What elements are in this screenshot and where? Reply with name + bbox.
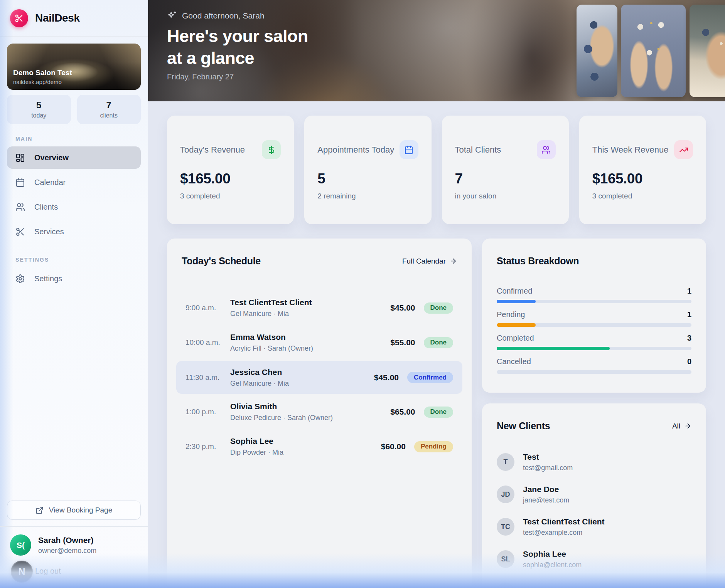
appointment-list: 9:00 a.m. Test ClientTest Client Gel Man… <box>182 291 457 464</box>
appointment-row[interactable]: 10:00 a.m. Emma Watson Acrylic Fill · Sa… <box>176 325 462 360</box>
greeting-text: Good afternoon, Sarah <box>182 11 265 20</box>
client-name: Test <box>523 452 573 462</box>
trend-up-icon <box>674 140 693 159</box>
progress-fill <box>497 323 536 327</box>
scissors-icon <box>15 227 25 237</box>
sidebar-item-overview[interactable]: Overview <box>7 146 141 169</box>
settings-nav: Settings <box>0 267 148 292</box>
client-email: sophia@client.com <box>523 561 582 569</box>
stat-label: Total Clients <box>455 145 501 155</box>
status-count: 1 <box>687 310 691 319</box>
sidebar-item-clients[interactable]: Clients <box>7 196 141 218</box>
status-badge: Done <box>424 337 454 348</box>
sidebar-item-label: Clients <box>34 203 58 212</box>
avatar: JD <box>497 486 514 503</box>
status-breakdown-panel: Status Breakdown Confirmed 1 <box>482 239 706 393</box>
hero-banner: Good afternoon, Sarah Here's your salon … <box>148 0 725 101</box>
full-calendar-link[interactable]: Full Calendar <box>402 257 457 265</box>
status-label: Completed <box>497 334 534 343</box>
nextjs-dev-badge[interactable]: N <box>11 561 33 583</box>
status-breakdown-title: Status Breakdown <box>497 255 691 267</box>
avatar: JC <box>497 583 514 588</box>
appointment-row-selected[interactable]: 11:30 a.m. Jessica Chen Gel Manicure · M… <box>176 361 462 394</box>
client-row[interactable]: SL Sophia Lee sophia@client.com <box>497 550 691 568</box>
sidebar-item-services[interactable]: Services <box>7 220 141 243</box>
stat-chip-today-label: today <box>31 112 46 119</box>
gear-icon <box>15 274 25 284</box>
all-clients-link[interactable]: All <box>672 422 691 430</box>
client-row[interactable]: JD Jane Doe jane@test.com <box>497 486 691 503</box>
external-link-icon <box>35 506 44 514</box>
logout-label: Log out <box>35 567 61 576</box>
sidebar-item-settings[interactable]: Settings <box>7 267 141 290</box>
stat-chip-clients-value: 7 <box>106 100 111 111</box>
appointment-row[interactable]: 2:30 p.m. Sophia Lee Dip Powder · Mia $6… <box>176 429 462 464</box>
appointment-client: Olivia Smith <box>230 402 378 411</box>
appointment-client: Sophia Lee <box>230 437 369 446</box>
stat-card-total-clients: Total Clients 7 in your salon <box>442 116 569 224</box>
status-label: Pending <box>497 310 525 319</box>
user-email: owner@demo.com <box>38 547 96 555</box>
logout-button[interactable]: Log out N <box>0 561 148 584</box>
stat-sub: 3 completed <box>180 192 281 200</box>
avatar: T <box>497 453 514 471</box>
nail-photo-2 <box>621 5 686 97</box>
stat-chip-clients-label: clients <box>100 112 118 119</box>
nail-photo-1 <box>577 5 617 97</box>
app-name: NailDesk <box>35 12 80 24</box>
progress-track <box>497 347 691 350</box>
appointment-service: Deluxe Pedicure · Sarah (Owner) <box>230 414 378 422</box>
view-booking-page-button[interactable]: View Booking Page <box>7 501 141 520</box>
salon-url: naildesk.app/demo <box>13 79 72 85</box>
stat-value: $165.00 <box>592 171 693 187</box>
appointment-service: Acrylic Fill · Sarah (Owner) <box>230 344 378 353</box>
sidebar-item-calendar[interactable]: Calendar <box>7 171 141 193</box>
sidebar-footer: S( Sarah (Owner) owner@demo.com Log out … <box>0 526 148 588</box>
stat-card-todays-revenue: Today's Revenue $165.00 3 completed <box>167 116 294 224</box>
todays-schedule-panel: Today's Schedule Full Calendar 9:00 a.m.… <box>167 239 472 588</box>
new-clients-title: New Clients <box>497 420 550 432</box>
status-label: Confirmed <box>497 287 532 296</box>
appointment-client: Jessica Chen <box>230 368 362 377</box>
main-nav: Overview Calendar Clients Services <box>0 146 148 245</box>
user-name: Sarah (Owner) <box>38 536 96 545</box>
progress-track <box>497 370 691 374</box>
appointment-price: $65.00 <box>378 407 415 417</box>
appointment-service: Dip Powder · Mia <box>230 449 369 457</box>
appointment-time: 11:30 a.m. <box>185 373 230 382</box>
dollar-icon <box>262 140 281 159</box>
client-name: Jane Doe <box>523 485 569 494</box>
nav-section-main-label: MAIN <box>15 136 148 142</box>
stat-sub: in your salon <box>455 192 556 200</box>
stat-sub: 3 completed <box>592 192 693 200</box>
app-header: NailDesk <box>0 0 148 37</box>
status-badge: Done <box>424 407 454 418</box>
appointment-time: 1:00 p.m. <box>185 408 230 416</box>
appointment-row[interactable]: 1:00 p.m. Olivia Smith Deluxe Pedicure ·… <box>176 395 462 429</box>
status-row-cancelled: Cancelled 0 <box>497 357 691 374</box>
greeting-row: Good afternoon, Sarah <box>167 11 308 21</box>
hero-date: Friday, February 27 <box>167 72 308 81</box>
appointment-service: Gel Manicure · Mia <box>230 380 362 388</box>
sparkles-icon <box>167 11 177 21</box>
status-count: 1 <box>687 287 691 296</box>
app-logo <box>10 9 28 27</box>
stats-row: Today's Revenue $165.00 3 completed Appo… <box>167 116 706 224</box>
sidebar: NailDesk Demo Salon Test naildesk.app/de… <box>0 0 148 588</box>
client-email: test@gmail.com <box>523 464 573 472</box>
user-avatar: S( <box>10 534 31 556</box>
status-row-pending: Pending 1 <box>497 310 691 327</box>
salon-card[interactable]: Demo Salon Test naildesk.app/demo <box>7 44 141 90</box>
calendar-icon <box>400 140 418 159</box>
stat-value: $165.00 <box>180 171 281 187</box>
appointment-row[interactable]: 9:00 a.m. Test ClientTest Client Gel Man… <box>176 291 462 325</box>
user-row[interactable]: S( Sarah (Owner) owner@demo.com <box>10 534 138 556</box>
stat-chip-today: 5 today <box>7 95 71 124</box>
client-row[interactable]: TC Test ClientTest Client test@example.c… <box>497 518 691 536</box>
client-row[interactable]: JC Jessica Chen <box>497 583 691 588</box>
sidebar-item-label: Overview <box>34 153 69 162</box>
sidebar-item-label: Calendar <box>34 178 66 187</box>
stat-label: Today's Revenue <box>180 145 245 155</box>
arrow-right-icon <box>450 257 457 265</box>
client-row[interactable]: T Test test@gmail.com <box>497 453 691 471</box>
